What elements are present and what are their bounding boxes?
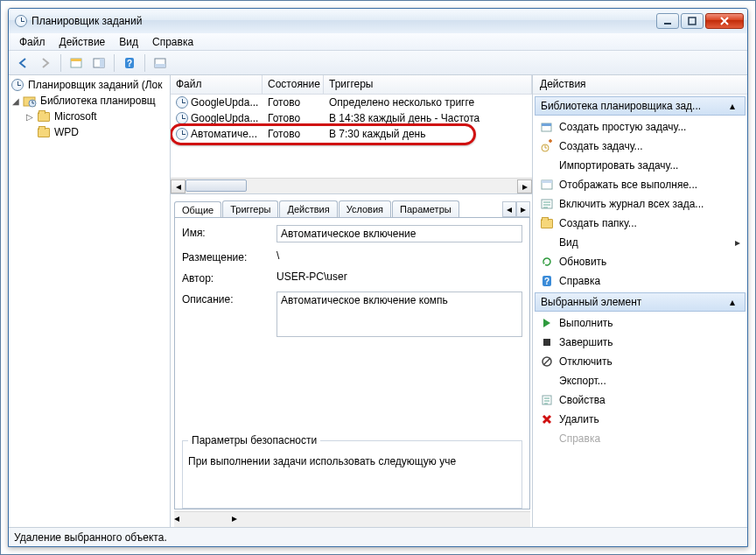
action-end[interactable]: Завершить: [535, 333, 746, 352]
show-preview-button[interactable]: [150, 53, 171, 74]
label-description: Описание:: [182, 292, 276, 306]
nav-forward-button[interactable]: [35, 53, 56, 74]
menu-file[interactable]: Файл: [12, 34, 52, 50]
properties-icon: [540, 393, 554, 407]
action-refresh[interactable]: Обновить: [535, 252, 746, 271]
tab-settings[interactable]: Параметры: [392, 200, 459, 217]
action-import-task[interactable]: Импортировать задачу...: [535, 156, 746, 175]
tab-scroll-left[interactable]: ◂: [502, 201, 516, 217]
nav-back-button[interactable]: [12, 53, 33, 74]
col-state[interactable]: Состояние: [262, 75, 324, 94]
actions-header: Действия: [533, 75, 747, 95]
svg-line-24: [543, 358, 550, 365]
tab-scroll-right[interactable]: ▸: [516, 201, 530, 217]
tree-root[interactable]: Планировщик заданий (Лок: [10, 77, 168, 93]
task-icon: [176, 111, 188, 125]
scroll-thumb[interactable]: [186, 179, 247, 192]
app-icon: [14, 14, 28, 28]
collapse-icon[interactable]: ▴: [725, 296, 739, 308]
actions-pane: Действия Библиотека планировщика зад... …: [533, 75, 747, 527]
help-icon: [540, 432, 554, 446]
folder-new-icon: [540, 216, 554, 230]
blank-icon: [540, 235, 554, 249]
label-author: Автор:: [182, 270, 276, 285]
tab-actions[interactable]: Действия: [279, 200, 337, 217]
maximize-button[interactable]: [681, 13, 704, 29]
running-icon: [540, 178, 554, 192]
svg-rect-1: [689, 18, 696, 25]
tab-triggers[interactable]: Триггеры: [222, 200, 278, 217]
col-triggers[interactable]: Триггеры: [324, 75, 532, 94]
details-body: Имя: Автоматическое включение Размещение…: [174, 217, 530, 509]
actions-group-selected[interactable]: Выбранный элемент ▴: [535, 292, 746, 312]
task-icon: [176, 127, 188, 141]
value-name: Автоматическое включение: [276, 225, 522, 242]
task-row[interactable]: GoogleUpda... Готово Определено нескольк…: [171, 95, 532, 110]
show-hide-tree-button[interactable]: [66, 53, 87, 74]
window-inner: Планировщик заданий Файл Действие Вид Сп…: [8, 8, 748, 547]
col-file[interactable]: Файл: [171, 75, 262, 94]
scroll-right-icon[interactable]: ▸: [517, 179, 532, 193]
actions-group-library[interactable]: Библиотека планировщика зад... ▴: [535, 96, 746, 116]
svg-rect-3: [71, 59, 81, 61]
action-enable-history[interactable]: Включить журнал всех зада...: [535, 194, 746, 214]
svg-rect-0: [664, 23, 671, 25]
tab-conditions[interactable]: Условия: [339, 200, 391, 217]
task-row-selected[interactable]: Автоматиче... Готово В 7:30 каждый день: [171, 126, 532, 142]
value-author: USER-PC\user: [276, 270, 522, 283]
show-hide-actions-button[interactable]: [88, 53, 109, 74]
action-help-selected[interactable]: Справка: [535, 429, 746, 448]
tree-library[interactable]: ◢ Библиотека планировщ: [10, 93, 168, 109]
security-legend: Параметры безопасности: [188, 434, 320, 446]
action-run[interactable]: Выполнить: [535, 313, 746, 333]
help-button[interactable]: ?: [119, 53, 140, 74]
action-new-folder[interactable]: Создать папку...: [535, 214, 746, 233]
action-create-basic-task[interactable]: Создать простую задачу...: [535, 117, 746, 137]
library-icon: [23, 94, 37, 108]
wizard-icon: [540, 120, 554, 134]
scroll-right-icon[interactable]: ▸: [232, 512, 237, 527]
folder-icon: [37, 109, 51, 123]
svg-rect-5: [100, 59, 104, 67]
minimize-button[interactable]: [656, 13, 679, 29]
action-display-running[interactable]: Отображать все выполняе...: [535, 175, 746, 194]
action-properties[interactable]: Свойства: [535, 390, 746, 410]
titlebar[interactable]: Планировщик заданий: [9, 9, 747, 33]
toolbar: ?: [9, 51, 747, 75]
history-icon: [540, 197, 554, 211]
refresh-icon: [540, 255, 554, 269]
details-hscrollbar[interactable]: ◂ ▸: [174, 511, 530, 527]
expand-icon[interactable]: ▷: [24, 111, 35, 122]
close-button[interactable]: [705, 13, 744, 29]
tree-microsoft[interactable]: ▷ Microsoft: [10, 109, 168, 124]
scroll-track[interactable]: [179, 512, 232, 527]
collapse-icon[interactable]: ▴: [725, 100, 739, 112]
action-delete[interactable]: Удалить: [535, 410, 746, 429]
help-icon: ?: [540, 274, 554, 288]
hscrollbar[interactable]: ◂ ▸: [171, 178, 532, 193]
action-help[interactable]: ?Справка: [535, 271, 746, 291]
svg-rect-22: [543, 339, 550, 346]
action-view[interactable]: Вид▸: [535, 233, 746, 252]
task-row[interactable]: GoogleUpda... Готово В 14:38 каждый день…: [171, 110, 532, 126]
action-create-task[interactable]: Создать задачу...: [535, 137, 746, 156]
delete-icon: [540, 412, 554, 426]
action-export[interactable]: Экспорт...: [535, 371, 746, 390]
stop-icon: [540, 335, 554, 349]
menu-help[interactable]: Справка: [145, 34, 200, 50]
center-pane: Файл Состояние Триггеры GoogleUpda... Го…: [171, 75, 533, 527]
scroll-left-icon[interactable]: ◂: [171, 179, 186, 193]
label-name: Имя:: [182, 225, 276, 239]
menu-action[interactable]: Действие: [52, 34, 113, 50]
statusbar: Удаление выбранного объекта.: [9, 527, 747, 546]
menubar: Файл Действие Вид Справка: [9, 33, 747, 51]
task-list: Файл Состояние Триггеры GoogleUpda... Го…: [171, 75, 532, 194]
collapse-icon[interactable]: ◢: [10, 95, 21, 106]
task-icon: [176, 95, 188, 109]
menu-view[interactable]: Вид: [112, 34, 145, 50]
tab-general[interactable]: Общие: [174, 201, 221, 218]
title-text: Планировщик заданий: [32, 15, 656, 27]
scroll-track[interactable]: [186, 179, 517, 193]
tree-wpd[interactable]: WPD: [10, 124, 168, 140]
action-disable[interactable]: Отключить: [535, 352, 746, 371]
